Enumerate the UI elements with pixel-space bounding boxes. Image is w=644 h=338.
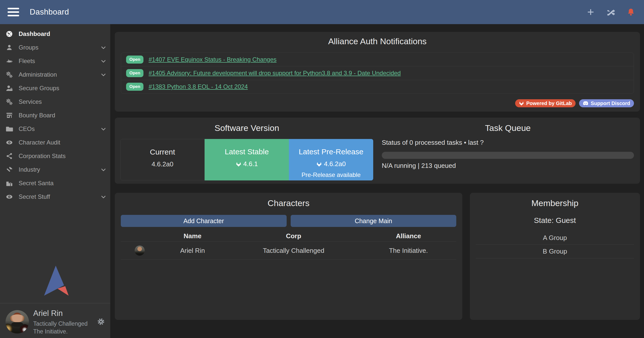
list-item: B Group: [476, 245, 634, 258]
version-stable-value: 4.6.1: [243, 160, 258, 168]
sidebar-item-character-audit[interactable]: Character Audit: [0, 136, 110, 149]
notifications-panel: Alliance Auth Notifications Open #1407 E…: [115, 32, 640, 112]
version-stable-box: Latest Stable 4.6.1: [205, 139, 289, 180]
gitlab-icon: [519, 101, 524, 106]
sidebar-item-label: Secure Groups: [19, 85, 110, 92]
discord-badge[interactable]: Support Discord: [579, 99, 634, 107]
sidebar-item-label: Bounty Board: [19, 112, 110, 119]
sidebar-item-ceos[interactable]: CEOs: [0, 122, 110, 136]
character-portrait: [135, 246, 145, 256]
gear-icon[interactable]: [97, 318, 105, 326]
sidebar-item-bounty-board[interactable]: Bounty Board: [0, 109, 110, 122]
version-boxes: Current 4.6.2a0 Latest Stable 4.6.1 Late…: [120, 139, 373, 180]
gitlab-badge[interactable]: Powered by GitLab: [515, 99, 576, 107]
gitlab-badge-label: Powered by GitLab: [526, 101, 572, 106]
sidebar-item-label: Character Audit: [19, 139, 110, 146]
notification-item: Open #1405 Advisory: Future development …: [121, 66, 634, 80]
character-alliance: The Initiative.: [361, 247, 456, 255]
change-main-button[interactable]: Change Main: [291, 215, 457, 227]
plus-icon[interactable]: [586, 8, 595, 17]
notification-link[interactable]: #1407 EVE Equinox Status - Breaking Chan…: [148, 56, 276, 63]
sidebar-item-services[interactable]: Services: [0, 95, 110, 109]
chevron-down-icon: [97, 71, 110, 78]
column-header-corp: Corp: [226, 232, 361, 240]
membership-state: State: Guest: [470, 216, 640, 225]
sidebar-item-label: Dashboard: [19, 30, 110, 37]
membership-title: Membership: [470, 198, 640, 208]
sidebar-item-secret-santa[interactable]: Secret Santa: [0, 176, 110, 190]
sidebar-item-label: Services: [19, 98, 110, 105]
sidebar-item-label: CEOs: [19, 125, 97, 132]
chevron-down-icon: [97, 166, 110, 173]
sidebar-item-secret-stuff[interactable]: Secret Stuff: [0, 190, 110, 204]
sidebar-item-label: Administration: [19, 71, 97, 78]
chevron-down-icon: [97, 126, 110, 132]
characters-panel: Characters Add Character Change Main Nam…: [115, 193, 462, 320]
top-navbar: Dashboard: [0, 0, 644, 24]
sidebar-item-secure-groups[interactable]: Secure Groups: [0, 81, 110, 95]
version-current-box: Current 4.6.2a0: [120, 139, 205, 180]
page-title: Dashboard: [30, 8, 69, 17]
sidebar-item-groups[interactable]: Groups: [0, 41, 110, 54]
sidebar-item-administration[interactable]: Administration: [0, 68, 110, 81]
user-name: Ariel Rin: [33, 309, 94, 318]
shuffle-icon[interactable]: [606, 8, 615, 17]
membership-panel: Membership State: Guest A Group B Group: [470, 193, 640, 320]
software-version-panel: Software Version Task Queue Current 4.6.…: [115, 118, 640, 184]
table-row: Ariel Rin Tactically Challenged The Init…: [121, 242, 456, 260]
sidebar-item-label: Fleets: [19, 58, 97, 65]
version-prerelease-box: Latest Pre-Release 4.6.2a0 Pre-Release a…: [289, 139, 373, 180]
sidebar-item-label: Corporation Stats: [19, 153, 110, 160]
alliance-logo-badge: [20, 324, 29, 333]
version-prerelease-value: 4.6.2a0: [324, 160, 346, 168]
sidebar-item-corporation-stats[interactable]: Corporation Stats: [0, 149, 110, 163]
characters-table-header: Name Corp Alliance: [121, 230, 456, 242]
sidebar-item-label: Groups: [19, 44, 97, 51]
hammer-icon: [0, 166, 19, 173]
chevron-down-icon: [97, 58, 110, 64]
corp-logo-badge: [6, 324, 13, 333]
character-name: Ariel Rin: [159, 247, 226, 255]
menu-icon[interactable]: [8, 8, 19, 16]
column-header-alliance: Alliance: [361, 232, 456, 240]
jet-icon: [0, 57, 19, 65]
bell-icon[interactable]: [626, 8, 635, 17]
notifications-list: Open #1407 EVE Equinox Status - Breaking…: [121, 53, 634, 94]
characters-table: Name Corp Alliance Ariel Rin Tactically …: [121, 230, 456, 260]
notification-item: Open #1407 EVE Equinox Status - Breaking…: [121, 53, 634, 66]
software-version-title: Software Version: [120, 123, 373, 133]
version-stable-label: Latest Stable: [205, 148, 289, 156]
user-avatar: [6, 310, 29, 333]
gifts-icon: [0, 179, 19, 187]
navbar-actions: [586, 8, 635, 17]
sidebar-item-fleets[interactable]: Fleets: [0, 54, 110, 68]
add-character-button[interactable]: Add Character: [121, 215, 287, 227]
task-queue-status: Status of 0 processed tasks • last ?: [382, 139, 484, 147]
notification-link[interactable]: #1383 Python 3.8 EOL - 14 Oct 2024: [148, 83, 248, 90]
status-badge: Open: [126, 69, 143, 77]
status-badge: Open: [126, 56, 143, 64]
notification-item: Open #1383 Python 3.8 EOL - 14 Oct 2024: [121, 80, 634, 93]
task-queue-progressbar: [382, 152, 634, 159]
gears-icon: [0, 98, 19, 106]
user-panel: Ariel Rin Tactically Challenged The Init…: [0, 303, 110, 338]
eye-icon: [0, 193, 19, 201]
gauge-icon: [0, 30, 19, 38]
sidebar-item-dashboard[interactable]: Dashboard: [0, 27, 110, 41]
character-corp: Tactically Challenged: [226, 247, 361, 255]
column-header-name: Name: [159, 232, 226, 240]
sidebar: Dashboard Groups Fleets Administration: [0, 24, 110, 338]
sidebar-menu: Dashboard Groups Fleets Administration: [0, 24, 110, 204]
status-badge: Open: [126, 83, 143, 91]
chevron-down-icon: [97, 44, 110, 51]
characters-title: Characters: [115, 198, 462, 208]
notification-link[interactable]: #1405 Advisory: Future development will …: [148, 70, 401, 77]
sidebar-item-label: Secret Stuff: [19, 193, 97, 200]
sidebar-item-industry[interactable]: Industry: [0, 163, 110, 176]
sidebar-item-label: Secret Santa: [19, 180, 110, 187]
user-lock-icon: [0, 84, 19, 92]
version-current-label: Current: [121, 148, 204, 156]
sidebar-item-label: Industry: [19, 166, 97, 173]
version-prerelease-label: Latest Pre-Release: [289, 148, 373, 156]
discord-badge-label: Support Discord: [591, 101, 630, 106]
